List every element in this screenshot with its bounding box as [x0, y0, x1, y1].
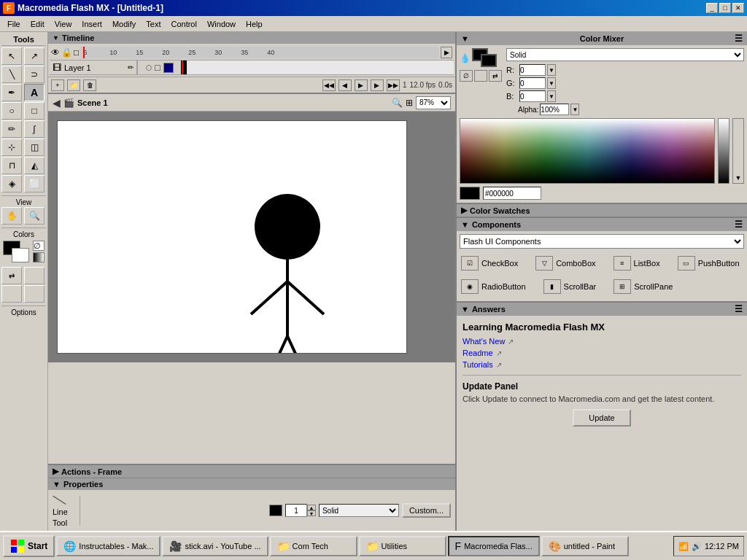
- tool-subselect[interactable]: ↗: [24, 47, 44, 65]
- comp-combobox[interactable]: ▽ ComboBox: [534, 254, 597, 272]
- menu-edit[interactable]: Edit: [26, 18, 49, 30]
- swap-colors-btn[interactable]: ⇄: [1, 267, 22, 284]
- cm-no-color-btn[interactable]: ∅: [460, 70, 473, 82]
- add-layer-btn[interactable]: +: [51, 79, 64, 91]
- cm-g-arrow[interactable]: ▼: [547, 77, 556, 89]
- black-white-btn[interactable]: [33, 252, 44, 262]
- color-option2[interactable]: [24, 267, 44, 284]
- zoom-in-icon[interactable]: ⊞: [406, 98, 413, 108]
- play-btn[interactable]: ▶: [355, 79, 368, 91]
- cm-hex-input[interactable]: [483, 187, 541, 200]
- menu-help[interactable]: Help: [241, 18, 267, 30]
- color-mixer-options[interactable]: ☰: [735, 34, 743, 44]
- prop-size-up[interactable]: ▲: [307, 505, 316, 510]
- taskbar-item-youtube[interactable]: 🎥 stick.avi - YouTube ...: [162, 536, 268, 556]
- cm-alpha-arrow[interactable]: ▼: [570, 104, 579, 115]
- prop-style-select[interactable]: Solid Dashed Dotted: [319, 504, 399, 517]
- menu-control[interactable]: Control: [166, 18, 201, 30]
- tool-lasso[interactable]: ⊃: [24, 66, 44, 83]
- tool-pen[interactable]: ✒: [1, 84, 22, 101]
- tool-brush[interactable]: ∫: [24, 120, 44, 138]
- close-button[interactable]: ✕: [732, 3, 744, 13]
- timeline-scroll-right[interactable]: ▶: [441, 47, 452, 58]
- tool-zoom[interactable]: 🔍: [24, 207, 44, 225]
- layer-lock-toggle[interactable]: [155, 65, 160, 71]
- delete-layer-btn[interactable]: 🗑: [83, 79, 96, 91]
- start-button[interactable]: Start: [3, 535, 55, 557]
- cm-b-input[interactable]: [519, 90, 546, 102]
- layer-vis-toggle[interactable]: [146, 65, 152, 71]
- update-button[interactable]: Update: [573, 409, 630, 427]
- prop-custom-btn[interactable]: Custom...: [402, 503, 451, 518]
- cm-brightness-slider[interactable]: [718, 118, 729, 184]
- prop-size-down[interactable]: ▼: [307, 510, 316, 516]
- tool-free-transform[interactable]: ⊹: [1, 139, 22, 156]
- timeline-header[interactable]: ▼ Timeline: [48, 32, 455, 44]
- canvas-scroll-container[interactable]: [48, 112, 455, 464]
- cm-spectrum[interactable]: [460, 118, 715, 184]
- tool-paint-bucket[interactable]: ◭: [24, 157, 44, 174]
- tool-line[interactable]: ╲: [1, 66, 22, 83]
- actions-header[interactable]: ▶ Actions - Frame: [48, 465, 455, 478]
- add-folder-btn[interactable]: 📁: [67, 79, 80, 91]
- tool-eraser[interactable]: ⬜: [24, 175, 44, 192]
- layer-label[interactable]: Layer 1: [64, 63, 91, 72]
- comp-scrollpane[interactable]: ⊞ ScrollPane: [612, 278, 674, 295]
- cm-r-input[interactable]: [519, 64, 546, 76]
- answers-link-whatsnew[interactable]: What's New ↗: [462, 337, 741, 346]
- cm-fill-box[interactable]: [481, 54, 497, 67]
- taskbar-item-utilities[interactable]: 📁 Utilities: [359, 536, 446, 556]
- eyedropper-icon[interactable]: 💧: [460, 53, 471, 63]
- color-option4[interactable]: [24, 285, 44, 303]
- color-option3[interactable]: [1, 285, 22, 303]
- color-swatches-header[interactable]: ▶ Color Swatches: [457, 204, 747, 217]
- cm-bw-btn[interactable]: [474, 70, 487, 82]
- comp-scrollbar[interactable]: ▮ ScrollBar: [542, 278, 598, 295]
- minimize-button[interactable]: _: [706, 3, 718, 13]
- cm-alpha-input[interactable]: [540, 104, 569, 115]
- components-header[interactable]: ▼ Components ☰: [457, 218, 747, 231]
- outline-icon[interactable]: □: [74, 47, 79, 58]
- prev-frame-btn[interactable]: ◀◀: [322, 79, 336, 91]
- layer-color-box[interactable]: [163, 63, 174, 73]
- cm-swap-btn[interactable]: ⇄: [489, 70, 502, 82]
- fill-color-swatch[interactable]: [12, 248, 29, 262]
- comp-radiobutton[interactable]: ◉ RadioButton: [460, 278, 527, 295]
- taskbar-item-paint[interactable]: 🎨 untitled - Paint: [541, 536, 629, 556]
- tool-text[interactable]: A: [24, 84, 44, 101]
- properties-header[interactable]: ▼ Properties: [48, 478, 455, 490]
- next-frame-btn[interactable]: ▶▶: [387, 79, 400, 91]
- cm-arrow-btn[interactable]: ▼: [732, 118, 744, 184]
- no-color-btn[interactable]: ∅: [33, 241, 44, 251]
- canvas-background[interactable]: [48, 112, 455, 362]
- canvas-white[interactable]: [57, 120, 407, 354]
- taskbar-item-instructables[interactable]: 🌐 Instructables - Mak...: [56, 536, 160, 556]
- eye-icon[interactable]: 👁: [51, 47, 60, 58]
- taskbar-item-comtech[interactable]: 📁 Com Tech: [270, 536, 357, 556]
- answers-link-tutorials[interactable]: Tutorials ↗: [462, 360, 741, 369]
- menu-insert[interactable]: Insert: [77, 18, 107, 30]
- cm-b-arrow[interactable]: ▼: [547, 90, 556, 102]
- taskbar-item-flash[interactable]: F Macromedia Flas...: [448, 536, 540, 556]
- menu-text[interactable]: Text: [142, 18, 165, 30]
- comp-listbox[interactable]: ≡ ListBox: [612, 254, 662, 272]
- answers-options[interactable]: ☰: [735, 304, 743, 314]
- prop-color-swatch[interactable]: [269, 505, 282, 516]
- lock-icon[interactable]: 🔒: [61, 47, 72, 58]
- answers-link-readme[interactable]: Readme ↗: [462, 349, 741, 357]
- next-keyframe-btn[interactable]: ▶: [371, 79, 384, 91]
- color-mixer-header[interactable]: ▼ Color Mixer ☰: [457, 32, 747, 45]
- menu-file[interactable]: File: [3, 18, 25, 30]
- cm-style-select[interactable]: Solid Linear Radial: [506, 48, 744, 61]
- zoom-select[interactable]: 25% 50% 75% 87% 100% 150% 200%: [416, 96, 451, 109]
- tool-eyedropper[interactable]: ◈: [1, 175, 22, 192]
- menu-modify[interactable]: Modify: [108, 18, 140, 30]
- components-options[interactable]: ☰: [735, 219, 743, 230]
- tool-rect[interactable]: □: [24, 102, 44, 120]
- cm-g-input[interactable]: [519, 77, 546, 89]
- tool-hand[interactable]: ✋: [1, 207, 22, 225]
- menu-window[interactable]: Window: [203, 18, 240, 30]
- tool-oval[interactable]: ○: [1, 102, 22, 120]
- prev-keyframe-btn[interactable]: ◀: [338, 79, 352, 91]
- comp-checkbox[interactable]: ☑ CheckBox: [460, 254, 519, 272]
